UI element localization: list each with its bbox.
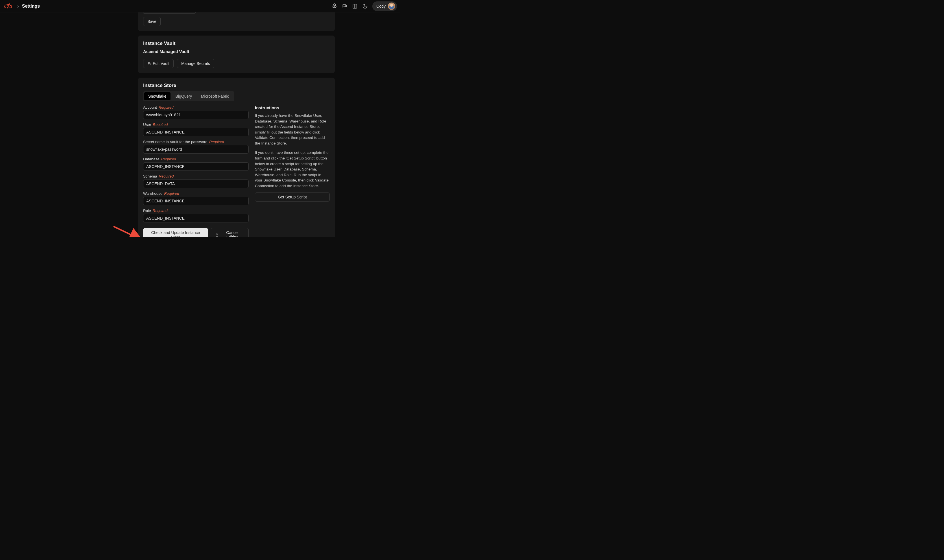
user-input[interactable] xyxy=(143,128,249,136)
get-setup-script-button[interactable]: Get Setup Script xyxy=(255,192,330,202)
vault-card: Instance Vault Ascend Managed Vault Edit… xyxy=(138,35,335,73)
field-warehouse: WarehouseRequired xyxy=(143,191,249,205)
avatar xyxy=(388,3,395,10)
chevron-right-icon xyxy=(16,4,20,8)
role-input[interactable] xyxy=(143,214,249,222)
field-secret: Secret name in Vault for the passwordReq… xyxy=(143,140,249,154)
schema-input[interactable] xyxy=(143,180,249,188)
prior-card: Save xyxy=(138,12,335,31)
check-update-button[interactable]: Check and Update Instance Store xyxy=(143,228,208,237)
cancel-editing-button[interactable]: Cancel Editing xyxy=(211,228,249,237)
instructions-p2: If you don't have these set up, complete… xyxy=(255,150,330,189)
page-title: Settings xyxy=(22,4,40,9)
bug-icon[interactable] xyxy=(332,3,337,9)
moon-icon[interactable] xyxy=(362,3,368,9)
tab-snowflake[interactable]: Snowflake xyxy=(144,92,171,100)
logo[interactable] xyxy=(3,3,14,9)
user-menu[interactable]: Cody xyxy=(372,2,397,11)
store-title: Instance Store xyxy=(143,83,330,88)
vault-subtitle: Ascend Managed Vault xyxy=(143,49,330,54)
svg-line-0 xyxy=(114,226,141,237)
lock-open-icon xyxy=(148,62,151,66)
tab-bigquery[interactable]: BigQuery xyxy=(172,92,196,100)
instructions-title: Instructions xyxy=(255,105,330,110)
store-tabs: Snowflake BigQuery Microsoft Fabric xyxy=(143,91,234,102)
warehouse-input[interactable] xyxy=(143,197,249,205)
store-card: Instance Store Snowflake BigQuery Micros… xyxy=(138,78,335,237)
field-schema: SchemaRequired xyxy=(143,174,249,188)
chat-icon[interactable] xyxy=(342,3,347,9)
tab-fabric[interactable]: Microsoft Fabric xyxy=(197,92,233,100)
field-user: UserRequired xyxy=(143,123,249,136)
save-button[interactable]: Save xyxy=(143,17,161,26)
edit-vault-button[interactable]: Edit Vault xyxy=(143,59,174,68)
truncated-input xyxy=(143,12,196,14)
database-input[interactable] xyxy=(143,162,249,171)
field-account: AccountRequired xyxy=(143,105,249,119)
account-input[interactable] xyxy=(143,111,249,119)
manage-secrets-button[interactable]: Manage Secrets xyxy=(177,59,214,68)
instructions-p1: If you already have the Snowflake User, … xyxy=(255,113,330,146)
secret-input[interactable] xyxy=(143,145,249,154)
topbar: Settings Cody xyxy=(0,0,400,12)
field-role: RoleRequired xyxy=(143,209,249,222)
book-icon[interactable] xyxy=(352,3,358,9)
vault-title: Instance Vault xyxy=(143,41,330,46)
lock-open-icon xyxy=(215,233,218,237)
user-name: Cody xyxy=(376,4,386,8)
field-database: DatabaseRequired xyxy=(143,157,249,171)
